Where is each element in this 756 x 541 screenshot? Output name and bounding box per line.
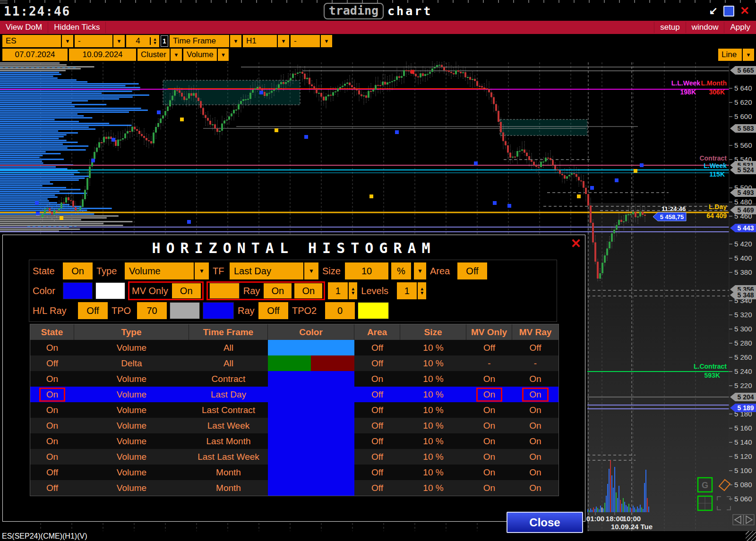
size-value-button[interactable]: 10 bbox=[345, 262, 388, 279]
table-row[interactable]: OffVolumeMonthOff10 %OnOn bbox=[30, 465, 558, 480]
cell-mv_ray[interactable]: On bbox=[512, 480, 558, 496]
cell-type[interactable]: Volume bbox=[74, 340, 189, 355]
stepper-arrows[interactable]: ▲▼ bbox=[348, 282, 357, 299]
cell-size[interactable]: 10 % bbox=[400, 465, 466, 480]
table-row[interactable]: OnVolumeContractOn10 %OnOn bbox=[30, 371, 558, 387]
cell-time_frame[interactable]: All bbox=[189, 355, 268, 371]
line-style-select[interactable]: Line ▼ bbox=[718, 49, 754, 61]
chevron-down-icon[interactable]: ▼ bbox=[61, 35, 73, 47]
tf-select[interactable]: Last Day ▼ bbox=[230, 262, 318, 279]
table-row[interactable]: OnVolumeLast MonthOff10 %OnOn bbox=[30, 433, 558, 449]
cell-time_frame[interactable]: Last Month bbox=[189, 433, 268, 449]
menu-setup[interactable]: setup bbox=[654, 22, 686, 33]
col-mv-only[interactable]: MV Only bbox=[466, 324, 512, 340]
cell-color-swatch[interactable] bbox=[268, 465, 354, 480]
col-time-frame[interactable]: Time Frame bbox=[189, 324, 268, 340]
ray-toggle-1[interactable]: On bbox=[264, 283, 292, 298]
cell-color-swatch[interactable] bbox=[268, 449, 354, 465]
bars-stepper[interactable]: 4 ▲▼ bbox=[126, 35, 159, 47]
cell-mv_only[interactable]: On bbox=[466, 449, 512, 465]
cell-size[interactable]: 10 % bbox=[400, 402, 466, 418]
cell-state[interactable]: Off bbox=[30, 480, 74, 496]
cell-state[interactable]: On bbox=[30, 387, 74, 402]
cell-type[interactable]: Volume bbox=[74, 433, 189, 449]
volume-select[interactable]: Volume ▼ bbox=[183, 49, 229, 61]
cell-area[interactable]: Off bbox=[354, 402, 400, 418]
mv-only-toggle[interactable]: On bbox=[172, 283, 201, 298]
cell-color-swatch[interactable] bbox=[268, 355, 354, 371]
menu-view-dom[interactable]: View DoM bbox=[0, 22, 48, 33]
color-swatch-white[interactable] bbox=[95, 282, 125, 299]
cell-time_frame[interactable]: All bbox=[189, 340, 268, 355]
stepper-arrows[interactable]: ▲▼ bbox=[150, 37, 159, 45]
table-row[interactable]: OnVolumeLast DayOff10 %OnOn bbox=[30, 387, 558, 402]
table-row[interactable]: OnVolumeLast ContractOff10 %OnOn bbox=[30, 402, 558, 418]
cell-color-swatch[interactable] bbox=[268, 480, 354, 496]
cell-area[interactable]: Off bbox=[354, 465, 400, 480]
table-row[interactable]: OffVolumeMonthOff10 %OnOn bbox=[30, 480, 558, 496]
color-swatch-blue[interactable] bbox=[63, 282, 93, 299]
cell-area[interactable]: On bbox=[354, 371, 400, 387]
date-to-button[interactable]: 10.09.2024 bbox=[69, 49, 136, 61]
time-frame-select[interactable]: Time Frame ▼ bbox=[170, 35, 241, 47]
cell-time_frame[interactable]: Last Week bbox=[189, 418, 268, 433]
cell-type[interactable]: Volume bbox=[74, 387, 189, 402]
symbol-select[interactable]: ES ▼ bbox=[2, 35, 73, 47]
cell-mv_only[interactable]: On bbox=[466, 480, 512, 496]
cell-mv_only[interactable]: On bbox=[466, 402, 512, 418]
cluster-select[interactable]: Cluster ▼ bbox=[137, 49, 182, 61]
cell-mv_ray[interactable]: On bbox=[512, 387, 558, 402]
col-color[interactable]: Color bbox=[268, 324, 354, 340]
type-select[interactable]: Volume ▼ bbox=[125, 262, 209, 279]
cell-type[interactable]: Delta bbox=[74, 355, 189, 371]
menu-hidden-ticks[interactable]: Hidden Ticks bbox=[48, 22, 106, 33]
cell-type[interactable]: Volume bbox=[74, 418, 189, 433]
chevron-down-icon[interactable]: ▼ bbox=[320, 35, 332, 47]
col-mv-ray[interactable]: MV Ray bbox=[512, 324, 558, 340]
state-toggle[interactable]: On bbox=[63, 262, 93, 279]
cell-color-swatch[interactable] bbox=[268, 340, 354, 355]
cell-type[interactable]: Volume bbox=[74, 371, 189, 387]
cell-mv_only[interactable]: On bbox=[466, 387, 512, 402]
cell-time_frame[interactable]: Contract bbox=[189, 371, 268, 387]
cell-size[interactable]: 10 % bbox=[400, 433, 466, 449]
col-area[interactable]: Area bbox=[354, 324, 400, 340]
chevron-down-icon[interactable]: ▼ bbox=[217, 49, 229, 61]
cell-area[interactable]: Off bbox=[354, 449, 400, 465]
cell-mv_only[interactable]: On bbox=[466, 371, 512, 387]
count-stepper[interactable]: 1 ▲▼ bbox=[328, 282, 357, 299]
size-unit-dropdown[interactable]: ▼ bbox=[414, 262, 426, 279]
dialog-close-icon[interactable]: ✕ bbox=[570, 236, 581, 251]
cell-state[interactable]: On bbox=[30, 371, 74, 387]
stepper-arrows[interactable]: ▲▼ bbox=[417, 282, 426, 299]
cell-state[interactable]: On bbox=[30, 433, 74, 449]
menu-apply[interactable]: Apply bbox=[724, 22, 756, 33]
cell-state[interactable]: On bbox=[30, 418, 74, 433]
levels-stepper[interactable]: 1 ▲▼ bbox=[397, 282, 426, 299]
tf-extra-select[interactable]: - ▼ bbox=[291, 35, 332, 47]
cell-area[interactable]: Off bbox=[354, 340, 400, 355]
ray-toggle-2[interactable]: On bbox=[294, 283, 322, 298]
cell-mv_only[interactable]: Off bbox=[466, 340, 512, 355]
cell-color-swatch[interactable] bbox=[268, 433, 354, 449]
tf-value-select[interactable]: H1 ▼ bbox=[243, 35, 289, 47]
cell-mv_ray[interactable]: On bbox=[512, 402, 558, 418]
cell-type[interactable]: Volume bbox=[74, 465, 189, 480]
cell-time_frame[interactable]: Last Contract bbox=[189, 402, 268, 418]
cell-state[interactable]: On bbox=[30, 402, 74, 418]
chevron-down-icon[interactable]: ▼ bbox=[303, 262, 318, 279]
close-button[interactable]: Close bbox=[507, 512, 583, 533]
cell-area[interactable]: Off bbox=[354, 433, 400, 449]
cell-size[interactable]: 10 % bbox=[400, 387, 466, 402]
cell-size[interactable]: 10 % bbox=[400, 340, 466, 355]
cell-area[interactable]: Off bbox=[354, 387, 400, 402]
ray-color-swatch[interactable] bbox=[209, 283, 240, 299]
cell-time_frame[interactable]: Last Day bbox=[189, 387, 268, 402]
chevron-down-icon[interactable]: ▼ bbox=[170, 49, 182, 61]
table-row[interactable]: OnVolumeLast WeekOff10 %OnOn bbox=[30, 418, 558, 433]
area-toggle[interactable]: Off bbox=[457, 262, 487, 279]
cell-type[interactable]: Volume bbox=[74, 480, 189, 496]
cell-time_frame[interactable]: Month bbox=[189, 465, 268, 480]
cell-color-swatch[interactable] bbox=[268, 402, 354, 418]
cell-mv_only[interactable]: On bbox=[466, 465, 512, 480]
